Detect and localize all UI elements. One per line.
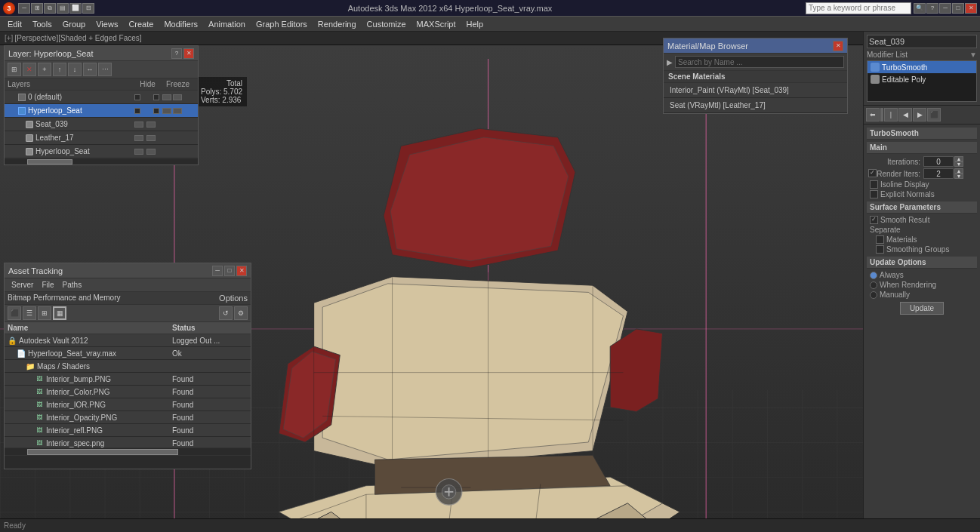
menu-group[interactable]: Group: [58, 18, 91, 30]
asset-menu-server[interactable]: Server: [8, 280, 37, 290]
asset-row-5[interactable]: 🖼 Interior_IOR.PNG Found: [5, 398, 251, 411]
menu-rendering[interactable]: Rendering: [313, 18, 361, 30]
layer-tool-6[interactable]: ↔: [83, 63, 97, 76]
render-iters-checkbox[interactable]: [868, 169, 877, 177]
iterations-up[interactable]: ▲: [954, 156, 963, 161]
object-name[interactable]: Seat_039: [867, 35, 977, 48]
asset-bitmap-perf[interactable]: Bitmap Performance and Memory: [8, 294, 121, 303]
asset-row-0[interactable]: 🔒 Autodesk Vault 2012 Logged Out ...: [5, 334, 251, 347]
layer-item-3[interactable]: Leather_17: [5, 131, 198, 145]
win-icon-4[interactable]: ▤: [57, 3, 69, 14]
search-input[interactable]: [806, 2, 911, 14]
layer-toggle-3b[interactable]: [146, 135, 156, 141]
asset-row-6[interactable]: 🖼 Interior_Opacity.PNG Found: [5, 411, 251, 424]
asset-tool-refresh[interactable]: ↺: [219, 306, 233, 320]
menu-help[interactable]: Help: [462, 18, 488, 30]
layer-dot-0-1[interactable]: [134, 94, 140, 100]
asset-scrollbar-thumb[interactable]: [27, 449, 178, 455]
mat-item-0[interactable]: Interior_Paint (VRayMtl) [Seat_039]: [664, 83, 847, 98]
layers-scrollbar-thumb[interactable]: [27, 159, 72, 165]
layer-toggle-4b[interactable]: [146, 149, 156, 155]
asset-tool-4[interactable]: ▦: [53, 306, 66, 320]
layer-toggle-0b[interactable]: [173, 94, 182, 100]
layer-toggle-1[interactable]: [162, 108, 171, 114]
search-icon[interactable]: 🔍: [914, 3, 926, 14]
smoothing-groups-checkbox[interactable]: [876, 245, 884, 254]
layer-dot-1-2[interactable]: [153, 108, 159, 114]
menu-customize[interactable]: Customize: [362, 18, 411, 30]
asset-row-4[interactable]: 🖼 Interior_Color.PNG Found: [5, 386, 251, 398]
layer-dot-0-2[interactable]: [153, 94, 159, 100]
update-button[interactable]: Update: [900, 302, 944, 315]
layer-tool-3[interactable]: +: [38, 63, 51, 76]
asset-scrollbar-h[interactable]: [5, 447, 251, 455]
manually-radio[interactable]: [870, 291, 877, 299]
layer-tool-4[interactable]: ↑: [53, 63, 66, 76]
modifier-list-arrow[interactable]: ▼: [969, 51, 977, 59]
asset-restore-btn[interactable]: □: [224, 266, 235, 276]
smooth-result-checkbox[interactable]: [870, 216, 878, 224]
win-icon-1[interactable]: ─: [18, 3, 30, 14]
rt-icon-3[interactable]: |: [884, 108, 898, 121]
mat-search-input[interactable]: [675, 56, 844, 68]
win-icon-2[interactable]: ⊞: [31, 3, 43, 14]
menu-animation[interactable]: Animation: [204, 18, 250, 30]
asset-row-7[interactable]: 🖼 Interior_refl.PNG Found: [5, 424, 251, 437]
layers-close-btn[interactable]: ✕: [183, 48, 194, 59]
asset-minimize-btn[interactable]: ─: [212, 266, 223, 276]
asset-row-2[interactable]: 📁 Maps / Shaders: [5, 360, 251, 373]
rt-icon-5[interactable]: ▶: [913, 108, 926, 121]
layer-tool-5[interactable]: ↓: [68, 63, 82, 76]
material-close-btn[interactable]: ✕: [833, 41, 843, 51]
win-icon-6[interactable]: ⊟: [82, 3, 94, 14]
iterations-input[interactable]: [923, 156, 954, 167]
close-btn[interactable]: ✕: [965, 3, 977, 14]
rt-icon-1[interactable]: ⬅: [866, 108, 880, 121]
menu-modifiers[interactable]: Modifiers: [159, 18, 202, 30]
layers-help-btn[interactable]: ?: [171, 48, 182, 59]
isoline-checkbox[interactable]: [870, 180, 878, 189]
rt-icon-4[interactable]: ◀: [898, 108, 912, 121]
asset-row-8[interactable]: 🖼 Interior_spec.png Found: [5, 437, 251, 447]
layers-scrollbar[interactable]: [5, 158, 198, 165]
asset-options[interactable]: Options: [219, 294, 248, 303]
layer-tool-1[interactable]: ⊞: [8, 63, 21, 76]
menu-tools[interactable]: Tools: [28, 18, 57, 30]
layer-tool-2[interactable]: ✕: [23, 63, 36, 76]
asset-row-3[interactable]: 🖼 Interior_bump.PNG Found: [5, 373, 251, 386]
menu-edit[interactable]: Edit: [3, 18, 26, 30]
rt-icon-2[interactable]: [880, 108, 883, 121]
layer-toggle-3[interactable]: [134, 135, 143, 141]
asset-tool-1[interactable]: ⬛: [8, 306, 21, 320]
render-iters-up[interactable]: ▲: [954, 168, 963, 174]
asset-close-btn[interactable]: ✕: [236, 266, 247, 276]
layer-toggle-2b[interactable]: [146, 121, 156, 128]
menu-create[interactable]: Create: [124, 18, 158, 30]
layer-item-0[interactable]: 0 (default): [5, 91, 198, 104]
menu-maxscript[interactable]: MAXScript: [412, 18, 461, 30]
iterations-down[interactable]: ▼: [954, 161, 963, 167]
mat-item-1[interactable]: Seat (VRayMtl) [Leather_17]: [664, 98, 847, 113]
layer-tool-7[interactable]: ⋯: [98, 63, 112, 76]
maximize-btn[interactable]: □: [952, 3, 964, 14]
materials-checkbox[interactable]: [876, 235, 884, 244]
help-icon[interactable]: ?: [926, 3, 938, 14]
layer-item-2[interactable]: Seat_039: [5, 118, 198, 131]
menu-views[interactable]: Views: [91, 18, 122, 30]
when-rendering-radio[interactable]: [870, 281, 877, 289]
render-iters-input[interactable]: [923, 168, 954, 179]
always-radio[interactable]: [870, 272, 877, 279]
asset-tool-2[interactable]: ☰: [23, 306, 36, 320]
modifier-editable-poly[interactable]: Editable Poly: [868, 73, 976, 85]
render-iters-down[interactable]: ▼: [954, 174, 963, 179]
layer-dot-1-1[interactable]: [134, 108, 140, 114]
asset-tool-3[interactable]: ⊞: [38, 306, 51, 320]
layer-toggle-2[interactable]: [134, 121, 143, 128]
rt-icon-6[interactable]: ⬛: [927, 108, 941, 121]
win-icon-5[interactable]: ⬜: [69, 3, 82, 14]
minimize-btn[interactable]: ─: [939, 3, 951, 14]
win-icon-3[interactable]: ⧉: [44, 3, 56, 14]
layer-item-4[interactable]: Hyperloop_Seat: [5, 145, 198, 158]
layer-toggle-4[interactable]: [134, 149, 143, 155]
layer-item-1[interactable]: Hyperloop_Seat: [5, 104, 198, 118]
